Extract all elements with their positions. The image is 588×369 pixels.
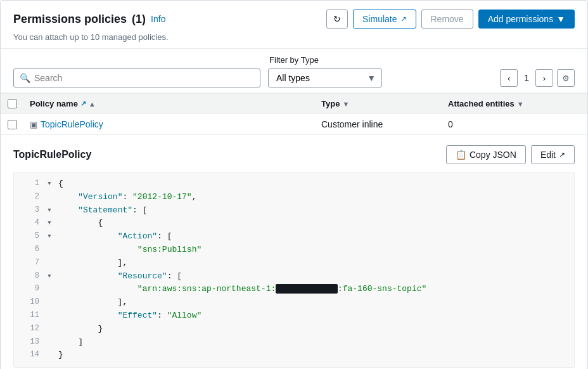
edit-external-icon: ↗ (559, 150, 565, 159)
copy-json-button[interactable]: 📋 Copy JSON (446, 145, 526, 164)
collapse-13 (47, 336, 56, 349)
header-top: Permissions policies (1) Info ↻ Simulate… (13, 10, 575, 29)
line-num-12: 12 (22, 323, 39, 335)
header: Permissions policies (1) Info ↻ Simulate… (1, 1, 587, 49)
header-title-group: Permissions policies (1) Info (13, 13, 165, 26)
collapse-8[interactable]: ▾ (47, 270, 56, 283)
copy-icon: 📋 (456, 150, 466, 160)
json-line-11: 11 "Effect": "Allow" (22, 309, 566, 323)
add-permissions-label: Add permissions (488, 14, 554, 24)
line-num-7: 7 (22, 257, 39, 269)
json-viewer: 1 ▾ { 2 "Version": "2012-10-17", 3 ▾ "St… (13, 172, 575, 368)
th-type: Type ▼ (315, 94, 442, 113)
json-content-9: "arn:aws:sns:ap-northeast-1:XXXXXXXXXXXX… (58, 283, 426, 296)
pagination-controls: ‹ 1 › ⚙ (500, 69, 575, 87)
line-num-6: 6 (22, 243, 39, 256)
policy-name-value: TopicRulePolicy (41, 119, 103, 129)
collapse-11 (47, 309, 56, 323)
header-buttons: ↻ Simulate ↗ Remove Add permissions ▼ (326, 10, 575, 29)
json-header: TopicRulePolicy 📋 Copy JSON Edit ↗ (13, 145, 575, 164)
json-line-2: 2 "Version": "2012-10-17", (22, 191, 566, 204)
search-icon: 🔍 (20, 73, 30, 83)
line-num-8: 8 (22, 270, 39, 282)
json-line-10: 10 ], (22, 296, 566, 309)
collapse-6 (47, 243, 56, 257)
json-line-13: 13 ] (22, 336, 566, 349)
filter-controls: 🔍 All types AWS managed Customer managed… (13, 68, 575, 87)
policy-name-link[interactable]: ▣ TopicRulePolicy (30, 119, 309, 129)
page-number: 1 (521, 73, 532, 83)
json-line-3: 3 ▾ "Statement": [ (22, 204, 566, 217)
filter-section: Filter by Type 🔍 All types AWS managed C… (1, 49, 587, 93)
table-row: ▣ TopicRulePolicy Customer inline 0 (1, 114, 587, 135)
type-select[interactable]: All types AWS managed Customer managed C… (268, 68, 382, 87)
line-num-3: 3 (22, 204, 39, 216)
column-settings-button[interactable]: ⚙ (557, 69, 575, 87)
collapse-3[interactable]: ▾ (47, 204, 56, 217)
type-filter-icon[interactable]: ▼ (342, 100, 349, 108)
json-content-8: "Resource": [ (58, 270, 182, 283)
collapse-4[interactable]: ▾ (47, 217, 56, 230)
search-input[interactable] (13, 68, 260, 87)
json-line-8: 8 ▾ "Resource": [ (22, 270, 566, 283)
json-content-1: { (58, 178, 63, 191)
add-permissions-button[interactable]: Add permissions ▼ (478, 10, 575, 29)
type-label: Type (321, 99, 340, 108)
json-content-11: "Effect": "Allow" (58, 309, 201, 323)
json-content-13: ] (58, 336, 83, 349)
line-num-5: 5 (22, 230, 39, 242)
table-header: Policy name ↗ ▲ Type ▼ Attached entities… (1, 93, 587, 114)
th-empty (568, 94, 587, 113)
remove-button[interactable]: Remove (421, 10, 473, 29)
json-line-14: 14 } (22, 349, 566, 362)
row-checkbox[interactable] (8, 120, 17, 129)
collapse-1[interactable]: ▾ (47, 178, 56, 191)
json-content-2: "Version": "2012-10-17", (58, 191, 196, 204)
remove-label: Remove (431, 14, 464, 24)
json-line-9: 9 "arn:aws:sns:ap-northeast-1:XXXXXXXXXX… (22, 283, 566, 296)
sort-asc-icon[interactable]: ▲ (89, 100, 96, 108)
search-wrapper: 🔍 (13, 68, 260, 87)
td-actions (568, 119, 587, 129)
th-policy-name: Policy name ↗ ▲ (23, 94, 315, 113)
row-checkbox-cell (1, 115, 23, 134)
external-link-small-icon: ↗ (80, 100, 86, 108)
collapse-5[interactable]: ▾ (47, 230, 56, 243)
line-num-11: 11 (22, 309, 39, 321)
document-icon: ▣ (30, 120, 37, 129)
info-link[interactable]: Info (151, 14, 165, 24)
chevron-down-icon: ▼ (556, 14, 565, 24)
attached-entities-label: Attached entities (448, 99, 514, 108)
json-line-4: 4 ▾ { (22, 217, 566, 230)
edit-button[interactable]: Edit ↗ (531, 145, 575, 164)
json-content-12: } (58, 323, 103, 336)
json-content-10: ], (58, 296, 127, 309)
json-buttons: 📋 Copy JSON Edit ↗ (446, 145, 575, 164)
simulate-button[interactable]: Simulate ↗ (353, 10, 416, 29)
td-type: Customer inline (315, 114, 442, 134)
external-link-icon: ↗ (400, 15, 407, 23)
json-line-12: 12 } (22, 323, 566, 336)
refresh-button[interactable]: ↻ (326, 10, 348, 29)
attached-entities-filter-icon[interactable]: ▼ (517, 100, 524, 108)
line-num-2: 2 (22, 191, 39, 203)
collapse-7 (47, 257, 56, 270)
edit-label: Edit (540, 150, 556, 160)
json-line-5: 5 ▾ "Action": [ (22, 230, 566, 243)
redacted-account-id: XXXXXXXXXXXX (276, 284, 338, 294)
collapse-14 (47, 349, 56, 362)
line-num-9: 9 (22, 283, 39, 295)
prev-page-button[interactable]: ‹ (500, 69, 518, 87)
header-checkbox-cell (1, 94, 23, 113)
json-content-6: "sns:Publish" (58, 243, 201, 257)
json-content-7: ], (58, 257, 127, 270)
next-page-button[interactable]: › (535, 69, 553, 87)
select-all-checkbox[interactable] (8, 99, 17, 108)
json-content-3: "Statement": [ (58, 204, 147, 217)
line-num-1: 1 (22, 178, 39, 190)
json-panel-title: TopicRulePolicy (13, 149, 91, 160)
header-subtitle: You can attach up to 10 managed policies… (13, 32, 575, 42)
line-num-14: 14 (22, 349, 39, 361)
policy-name-label: Policy name (30, 99, 78, 108)
page-title: Permissions policies (13, 13, 127, 26)
